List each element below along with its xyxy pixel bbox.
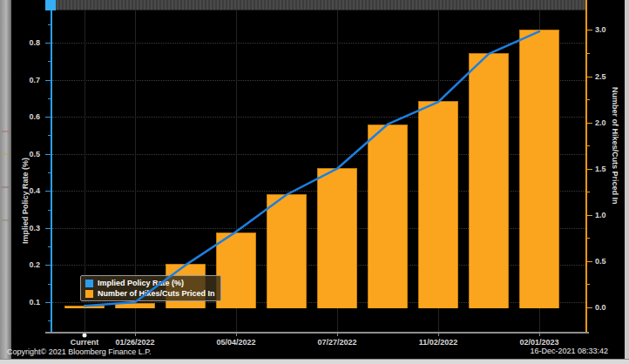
legend-label: Implied Policy Rate (%)	[98, 279, 184, 287]
x-axis-label: 01/26/2022	[115, 338, 154, 347]
right-axis-tick	[587, 30, 592, 30]
right-axis-tick	[587, 123, 592, 124]
left-axis-tick-label: 0.2	[21, 261, 40, 269]
window-edge-left	[0, 0, 11, 359]
left-axis-line	[51, 10, 52, 333]
right-axis-tick	[587, 307, 592, 308]
chart-legend[interactable]: Implied Policy Rate (%) Number of Hikes/…	[80, 275, 221, 301]
x-axis-label: 02/01/2023	[519, 338, 558, 347]
gridline-horizontal	[52, 43, 585, 44]
hikes-bar[interactable]	[216, 233, 256, 308]
hikes-bar[interactable]	[267, 194, 307, 308]
hikes-bar[interactable]	[469, 53, 509, 308]
x-axis-label: 05/04/2022	[216, 338, 255, 347]
x-axis-label: 07/27/2022	[317, 338, 356, 347]
left-axis-tick-label: 0.1	[21, 299, 40, 307]
left-axis-tick-label: 0.8	[21, 39, 40, 47]
current-marker-dot	[83, 334, 87, 338]
right-axis-tick	[587, 261, 592, 262]
right-axis-line	[585, 0, 587, 333]
timestamp-text: 16-Dec-2021 08:33:42	[530, 347, 608, 355]
right-axis-tick	[587, 169, 592, 170]
hikes-bar[interactable]	[368, 125, 408, 308]
right-axis-tick	[587, 215, 592, 216]
x-axis-line	[45, 332, 589, 334]
x-axis-label: 11/02/2022	[419, 338, 458, 347]
line-series-swatch-icon	[85, 280, 93, 287]
legend-item-line[interactable]: Implied Policy Rate (%)	[85, 279, 215, 287]
hikes-bar[interactable]	[64, 306, 105, 308]
axis-grip-icon[interactable]	[45, 0, 56, 10]
right-axis-tick-label: 0.0	[595, 304, 618, 312]
right-axis-tick-label: 0.5	[595, 258, 618, 266]
right-axis-tick	[587, 77, 592, 78]
window-edge-bottom	[0, 359, 629, 364]
right-axis-minor-tick	[587, 99, 590, 100]
window-edge-right	[625, 0, 629, 359]
bar-series-swatch-icon	[85, 290, 93, 298]
hikes-bar[interactable]	[519, 30, 559, 308]
left-axis-tick-label: 0.7	[21, 77, 40, 84]
right-axis-minor-tick	[587, 284, 590, 285]
right-axis-tick-label: 3.0	[595, 26, 618, 34]
x-axis-label: Current	[71, 338, 99, 347]
right-axis-minor-tick	[587, 145, 590, 146]
right-axis-minor-tick	[587, 192, 590, 192]
hikes-bar[interactable]	[317, 168, 357, 308]
hikes-bar[interactable]	[418, 101, 458, 308]
right-axis-minor-tick	[587, 53, 590, 54]
right-axis-title: Number of Hikes/Cuts Priced In	[611, 87, 619, 244]
right-axis-tick-label: 2.5	[595, 73, 618, 81]
chart-top-scrollbar[interactable]	[55, 0, 587, 10]
bloomberg-chart-window: 0.10.20.30.40.50.60.70.80.00.51.01.52.02…	[0, 0, 629, 364]
right-axis-minor-tick	[587, 238, 590, 239]
left-axis-title: Implied Policy Rate (%)	[21, 96, 30, 244]
legend-item-bar[interactable]: Number of Hikes/Cuts Priced In	[85, 289, 215, 298]
copyright-text: Copyright© 2021 Bloomberg Finance L.P.	[7, 347, 152, 356]
legend-label: Number of Hikes/Cuts Priced In	[98, 289, 215, 298]
hikes-bar[interactable]	[115, 303, 155, 308]
